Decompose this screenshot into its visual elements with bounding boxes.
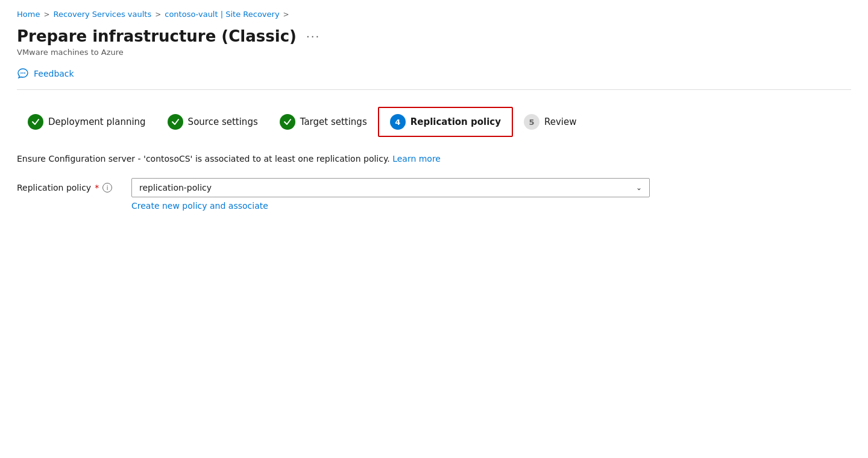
- step-label-1: Deployment planning: [48, 116, 146, 127]
- step-label-3: Target settings: [300, 116, 367, 127]
- breadcrumb: Home > Recovery Services vaults > contos…: [17, 10, 851, 19]
- feedback-button[interactable]: Feedback: [17, 68, 851, 80]
- required-star: *: [95, 183, 99, 192]
- breadcrumb-contoso-vault[interactable]: contoso-vault | Site Recovery: [165, 10, 279, 19]
- more-options-icon[interactable]: ···: [303, 29, 324, 44]
- step-target-settings[interactable]: Target settings: [269, 108, 378, 136]
- form-control-wrap: replication-policy ⌄ Create new policy a…: [131, 178, 650, 211]
- dropdown-value: replication-policy: [139, 183, 212, 192]
- step-check-icon-3: [280, 114, 295, 130]
- page-header: Prepare infrastructure (Classic) ···: [17, 27, 851, 45]
- form-label-wrap: Replication policy * i: [17, 178, 119, 192]
- page-subtitle: VMware machines to Azure: [17, 48, 851, 57]
- breadcrumb-recovery-vaults[interactable]: Recovery Services vaults: [53, 10, 151, 19]
- replication-policy-label: Replication policy: [17, 183, 91, 192]
- step-review[interactable]: 5 Review: [513, 108, 588, 136]
- info-text: Ensure Configuration server - 'contosoCS…: [17, 154, 851, 164]
- step-label-4: Replication policy: [410, 116, 501, 127]
- page-title: Prepare infrastructure (Classic): [17, 27, 297, 45]
- step-source-settings[interactable]: Source settings: [157, 108, 269, 136]
- step-label-5: Review: [544, 116, 577, 127]
- replication-policy-dropdown[interactable]: replication-policy ⌄: [131, 178, 650, 197]
- svg-point-2: [24, 72, 25, 74]
- step-number-icon-5: 5: [524, 114, 539, 130]
- feedback-label: Feedback: [34, 69, 74, 78]
- learn-more-link[interactable]: Learn more: [392, 154, 441, 164]
- breadcrumb-sep-3: >: [283, 10, 289, 19]
- breadcrumb-sep-1: >: [43, 10, 49, 19]
- step-replication-policy[interactable]: 4 Replication policy: [378, 107, 513, 137]
- step-check-icon-1: [28, 114, 43, 130]
- svg-point-1: [22, 72, 24, 74]
- step-label-2: Source settings: [188, 116, 258, 127]
- dropdown-chevron-icon: ⌄: [636, 183, 642, 192]
- step-check-icon-2: [168, 114, 183, 130]
- form-row: Replication policy * i replication-polic…: [17, 178, 851, 211]
- breadcrumb-home[interactable]: Home: [17, 10, 40, 19]
- create-new-policy-link[interactable]: Create new policy and associate: [131, 201, 650, 211]
- svg-point-0: [20, 72, 22, 74]
- step-deployment-planning[interactable]: Deployment planning: [17, 108, 157, 136]
- feedback-icon: [17, 68, 29, 80]
- breadcrumb-sep-2: >: [155, 10, 161, 19]
- info-text-content: Ensure Configuration server - 'contosoCS…: [17, 154, 390, 164]
- info-tooltip-icon[interactable]: i: [102, 183, 112, 192]
- steps-row: Deployment planning Source settings Targ…: [17, 107, 851, 137]
- step-number-icon-4: 4: [390, 114, 406, 130]
- divider: [17, 89, 851, 90]
